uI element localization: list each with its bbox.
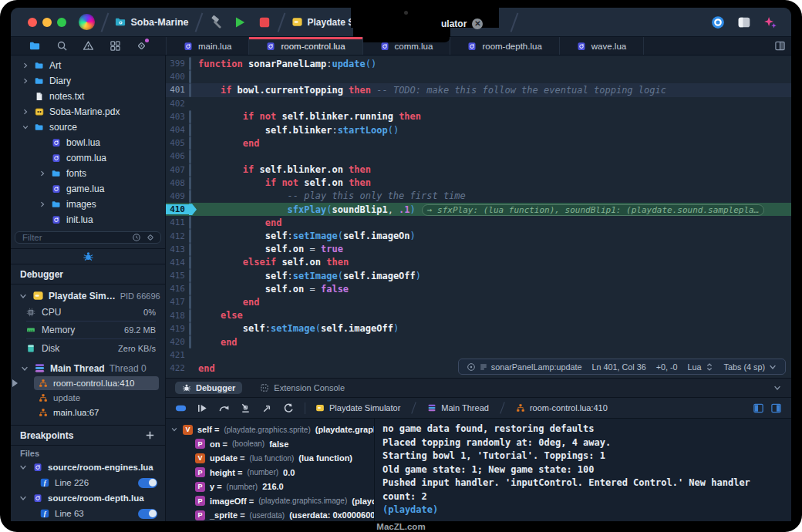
- minimize-window-button[interactable]: [42, 18, 52, 27]
- build-hammer-icon[interactable]: [208, 15, 222, 29]
- debug-process-row[interactable]: Playdate Sim… PID 66696: [11, 285, 165, 304]
- line-number[interactable]: 411: [166, 217, 189, 227]
- line-number[interactable]: 414: [166, 258, 189, 268]
- indent-selector[interactable]: Tabs (4 sp): [724, 362, 777, 372]
- line-number[interactable]: 416: [166, 284, 189, 294]
- line-number[interactable]: 412: [166, 231, 189, 241]
- line-number[interactable]: 419: [166, 324, 189, 334]
- line-number[interactable]: 413: [166, 244, 189, 254]
- panel-tab-Debugger[interactable]: Debugger: [175, 382, 242, 394]
- line-number[interactable]: 403: [166, 112, 189, 122]
- sidebar-layout-icon[interactable]: [737, 15, 751, 29]
- breakpoint-Line 63[interactable]: fLine 63: [11, 506, 165, 521]
- panel-right-icon[interactable]: [770, 402, 782, 414]
- breakpoint-toggle[interactable]: [138, 478, 157, 488]
- tags-icon[interactable]: [136, 40, 147, 52]
- restart-icon[interactable]: [283, 402, 295, 414]
- sparkle-icon[interactable]: [763, 15, 777, 29]
- step-over-icon[interactable]: [218, 402, 230, 414]
- close-window-button[interactable]: [28, 18, 37, 27]
- code-line-400[interactable]: 400: [166, 70, 791, 83]
- add-breakpoint-button[interactable]: [144, 429, 156, 441]
- code-line-401[interactable]: 401 if bowl.currentTopping then -- TODO:…: [166, 83, 791, 96]
- editor-tab-comm.lua[interactable]: comm.lua: [362, 37, 451, 55]
- issues-icon[interactable]: [83, 40, 94, 52]
- breakpoint-file-source/room-engines.lua[interactable]: source/room-engines.lua: [11, 460, 165, 475]
- breakpoint-Line 226[interactable]: fLine 226: [11, 475, 165, 490]
- editor-tab-main.lua[interactable]: main.lua: [167, 37, 249, 55]
- variable-row-height[interactable]: P height = (number) 0.0: [170, 466, 374, 480]
- code-line-407[interactable]: 407 if self.blinker.on then: [166, 163, 791, 177]
- panel-tab-Extension Console[interactable]: Extension Console: [253, 382, 352, 394]
- code-line-416[interactable]: 416 self.on = false: [166, 282, 791, 295]
- line-number[interactable]: 417: [166, 297, 189, 307]
- search-icon[interactable]: [56, 40, 68, 52]
- code-line-408[interactable]: 408 if not self.on then: [166, 177, 791, 190]
- recent-clock-icon[interactable]: [132, 233, 141, 242]
- line-number[interactable]: 410: [166, 204, 189, 214]
- code-line-417[interactable]: 417 end: [166, 295, 791, 308]
- breakpoint-file-source/room-depth.lua[interactable]: source/room-depth.lua: [11, 490, 165, 506]
- code-line-419[interactable]: 419 self:setImage(self.imageOff): [166, 322, 791, 335]
- line-number[interactable]: 402: [166, 99, 189, 109]
- stop-button[interactable]: [258, 15, 271, 29]
- preview-eye-icon[interactable]: [711, 15, 725, 29]
- language-selector[interactable]: Lua: [688, 362, 714, 372]
- line-number[interactable]: 415: [166, 271, 189, 281]
- variable-row-y[interactable]: P y = (number) 216.0: [170, 480, 374, 494]
- step-out-icon[interactable]: [261, 402, 273, 414]
- file-tree-item-fonts[interactable]: fonts: [11, 166, 165, 181]
- breakpoints-toggle-icon[interactable]: [175, 402, 187, 414]
- file-tree-item-init.lua[interactable]: init.lua: [11, 212, 165, 227]
- line-number[interactable]: 404: [166, 125, 189, 135]
- editor-tab-room-control.lua[interactable]: room-control.lua: [249, 37, 362, 55]
- continue-icon[interactable]: [197, 402, 208, 414]
- line-number[interactable]: 399: [166, 59, 189, 69]
- project-button[interactable]: Soba-Marine: [115, 16, 189, 28]
- breadcrumb-room-control.lua:410[interactable]: room-control.lua:410: [516, 403, 608, 412]
- file-tree-item-Diary[interactable]: Diary: [11, 73, 165, 89]
- line-number[interactable]: 421: [166, 350, 189, 360]
- filter-input[interactable]: [21, 232, 127, 243]
- step-in-icon[interactable]: [240, 402, 251, 414]
- stack-frame-main.lua:67[interactable]: main.lua:67: [34, 406, 159, 419]
- code-line-411[interactable]: 411 end: [166, 216, 791, 229]
- line-number[interactable]: 418: [166, 311, 189, 321]
- code-line-399[interactable]: 399function sonarPanelLamp:update(): [166, 57, 791, 70]
- code-line-405[interactable]: 405 end: [166, 136, 791, 150]
- code-line-413[interactable]: 413 self.on = true: [166, 243, 791, 256]
- debug-bug-icon[interactable]: [83, 251, 94, 262]
- panel-left-icon[interactable]: [753, 402, 764, 414]
- code-line-403[interactable]: 403 if not self.blinker.running then: [166, 110, 791, 123]
- breadcrumb-Playdate Simulator[interactable]: Playdate Simulator: [315, 403, 400, 412]
- console-output[interactable]: no game data found, restoring defaultsPl…: [375, 419, 791, 521]
- line-number[interactable]: 420: [166, 337, 189, 347]
- variable-row-update[interactable]: V update = (lua function) (lua function): [170, 451, 374, 466]
- extensions-icon[interactable]: [110, 40, 121, 52]
- code-line-402[interactable]: 402: [166, 97, 791, 110]
- line-number[interactable]: 408: [166, 178, 189, 188]
- code-line-404[interactable]: 404 self.blinker:startLoop(): [166, 123, 791, 136]
- file-tree-item-Art[interactable]: Art: [11, 58, 165, 73]
- stack-frame-room-control.lua:410[interactable]: room-control.lua:410: [34, 376, 159, 390]
- file-tree-item-Soba-Marine.pdx[interactable]: Soba-Marine.pdx: [11, 104, 165, 120]
- file-tree-item-source[interactable]: source: [11, 120, 165, 135]
- line-number[interactable]: 409: [166, 191, 189, 201]
- line-number[interactable]: 401: [166, 85, 189, 95]
- variable-row-self[interactable]: V self = (playdate.graphics.sprite) (pla…: [170, 423, 374, 437]
- line-number[interactable]: 400: [166, 72, 189, 82]
- code-line-418[interactable]: 418 else: [166, 309, 791, 322]
- code-line-415[interactable]: 415 self:setImage(self.imageOff): [166, 269, 791, 282]
- file-tree-item-images[interactable]: images: [11, 197, 165, 212]
- files-folder-icon[interactable]: [29, 40, 41, 52]
- line-number[interactable]: 406: [166, 151, 189, 161]
- code-line-414[interactable]: 414 elseif self.on then: [166, 256, 791, 269]
- code-line-420[interactable]: 420 end: [166, 335, 791, 348]
- editor-tab-wave.lua[interactable]: wave.lua: [560, 37, 644, 55]
- close-tab-icon[interactable]: ✕: [472, 19, 483, 29]
- editor-tab-room-depth.lua[interactable]: room-depth.lua: [450, 37, 559, 55]
- tags-filter-icon[interactable]: [146, 233, 155, 242]
- stack-frame-update[interactable]: update: [34, 391, 159, 405]
- file-tree-item-bowl.lua[interactable]: bowl.lua: [11, 135, 165, 150]
- breakpoint-toggle[interactable]: [138, 509, 157, 519]
